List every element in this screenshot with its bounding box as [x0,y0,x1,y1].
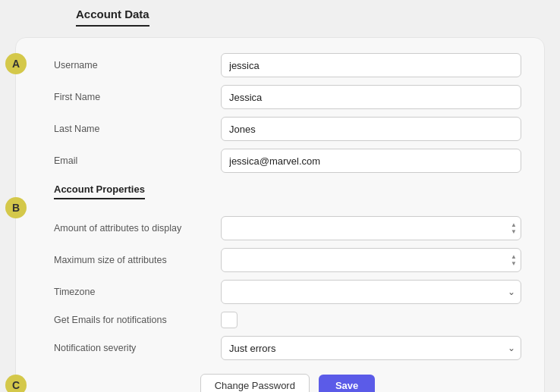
username-row: Username [54,53,521,77]
timezone-select[interactable]: UTC EST PST [221,280,521,304]
username-label: Username [54,60,221,71]
severity-label: Notification severity [54,343,221,353]
max-attributes-label: Maximum size of attributes [54,255,221,265]
spinner-down-icon[interactable]: ▼ [511,229,517,235]
max-attributes-wrapper: ▲ ▼ [221,248,521,272]
username-input[interactable] [221,53,521,77]
severity-row: Notification severity Just errors All Wa… [54,336,521,360]
notifications-checkbox-wrapper [221,312,521,328]
severity-select[interactable]: Just errors All Warnings Critical [221,336,521,360]
max-attributes-spinner[interactable]: ▲ ▼ [511,254,517,267]
account-properties-title: Account Properties [54,183,145,199]
max-attributes-input[interactable] [221,248,521,272]
spinner-up-icon[interactable]: ▲ [511,222,517,228]
notifications-checkbox[interactable] [221,312,238,328]
change-password-button[interactable]: Change Password [200,374,310,392]
timezone-label: Timezone [54,287,221,297]
firstname-row: First Name [54,85,521,109]
page-wrapper: Account Data A Username First Name Last … [15,8,545,392]
email-input[interactable] [221,149,521,173]
attributes-display-label: Amount of attributes to display [54,223,221,234]
lastname-input[interactable] [221,117,521,141]
firstname-label: First Name [54,92,221,102]
attributes-display-row: Amount of attributes to display ▲ ▼ [54,216,521,240]
step-c-label: C [5,375,27,392]
timezone-row: Timezone UTC EST PST ⌄ [54,280,521,304]
main-card: A Username First Name Last Name Email B … [15,37,545,392]
attributes-display-spinner[interactable]: ▲ ▼ [511,222,517,235]
spinner-up-icon-2[interactable]: ▲ [511,254,517,260]
severity-wrapper: Just errors All Warnings Critical ⌄ [221,336,521,360]
spinner-down-icon-2[interactable]: ▼ [511,261,517,267]
max-attributes-row: Maximum size of attributes ▲ ▼ [54,248,521,272]
email-label: Email [54,155,221,166]
footer-row: Change Password Save [54,374,521,392]
step-a-label: A [5,53,27,74]
save-button[interactable]: Save [319,375,375,392]
attributes-display-input[interactable] [221,216,521,240]
timezone-wrapper: UTC EST PST ⌄ [221,280,521,304]
step-b-label: B [5,197,27,218]
notifications-row: Get Emails for notifications [54,312,521,328]
lastname-label: Last Name [54,124,221,134]
email-row: Email [54,149,521,173]
notifications-label: Get Emails for notifications [54,315,221,325]
lastname-row: Last Name [54,117,521,141]
attributes-display-wrapper: ▲ ▼ [221,216,521,240]
firstname-input[interactable] [221,85,521,109]
page-title: Account Data [76,8,149,27]
